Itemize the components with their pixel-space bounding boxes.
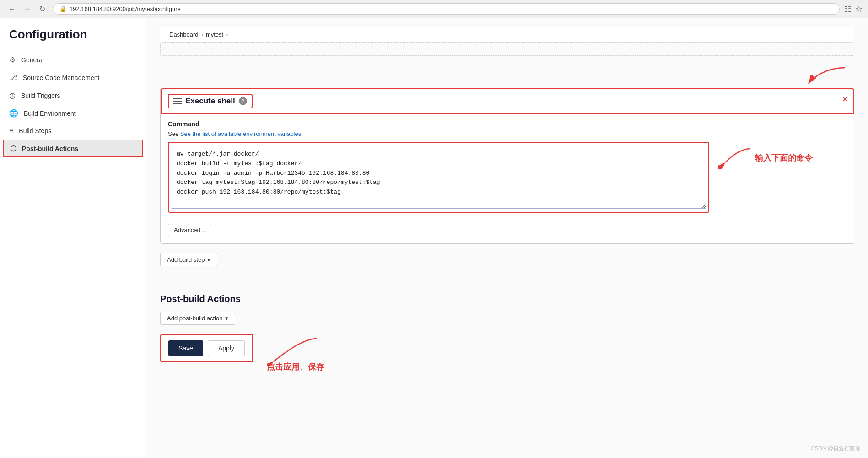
sidebar-title: Configuration — [0, 27, 146, 51]
sidebar-item-general[interactable]: ⚙ General — [0, 51, 146, 69]
annotation-text-row: 输入下面的命令 — [718, 142, 813, 169]
hamburger-icon[interactable] — [173, 98, 182, 104]
sidebar: Configuration ⚙ General ⎇ Source Code Ma… — [0, 18, 146, 458]
breadcrumb-dashboard[interactable]: Dashboard — [169, 31, 199, 38]
post-build-actions-row: Add post-build action ▾ Save Apply — [160, 312, 854, 372]
browser-chrome: ← → ↻ 🔒 192.168.184.80:9200/job/mytest/c… — [0, 0, 868, 18]
action-buttons-wrapper: Save Apply — [160, 334, 253, 362]
browser-toolbar-icons: ☷ ☆ — [844, 4, 863, 14]
globe-icon: 🌐 — [9, 109, 18, 118]
add-build-step-section: Add build step ▾ — [160, 253, 854, 280]
top-placeholder-block — [160, 42, 854, 56]
sidebar-label-build-steps: Build Steps — [19, 127, 51, 135]
save-annotation: 点击应用、保存 — [267, 334, 324, 372]
breadcrumb-separator2: › — [226, 31, 228, 38]
sidebar-item-post-build-actions[interactable]: ⬡ Post-build Actions — [3, 140, 143, 157]
breadcrumb: Dashboard › mytest › — [160, 27, 854, 42]
command-textarea[interactable]: mv target/*.jar docker/ docker build -t … — [171, 145, 706, 209]
command-label: Command — [168, 120, 846, 128]
right-annotation: 输入下面的命令 — [718, 142, 846, 169]
address-bar[interactable]: 🔒 192.168.184.80:9200/job/mytest/configu… — [53, 3, 840, 15]
post-build-actions-title: Post-build Actions — [160, 294, 854, 304]
execute-shell-arrow-row: Execute shell ? × Command See See the li… — [160, 63, 854, 251]
main-content: Dashboard › mytest › — [146, 18, 868, 458]
sidebar-label-build-triggers: Build Triggers — [21, 92, 60, 99]
post-build-left: Add post-build action ▾ Save Apply — [160, 312, 324, 372]
close-button[interactable]: × — [842, 95, 847, 104]
save-button[interactable]: Save — [168, 340, 203, 356]
add-build-step-label: Add build step — [167, 256, 205, 263]
env-vars-link-container: See See the list of available environmen… — [168, 130, 846, 137]
save-apply-row: Save Apply 点击应用、保存 — [160, 334, 324, 372]
execute-shell-container: Execute shell ? × Command See See the li… — [160, 63, 854, 251]
hexagon-icon: ⬡ — [10, 144, 16, 153]
execute-shell-header: Execute shell ? × — [161, 88, 854, 114]
sidebar-item-source-code[interactable]: ⎇ Source Code Management — [0, 69, 146, 86]
post-build-dropdown-icon: ▾ — [225, 315, 228, 322]
add-build-step-button[interactable]: Add build step ▾ — [160, 253, 217, 266]
dropdown-arrow-icon: ▾ — [207, 256, 210, 263]
arrow-svg-right — [718, 142, 755, 169]
sidebar-label-build-environment: Build Environment — [24, 110, 76, 117]
add-post-build-label: Add post-build action — [167, 315, 222, 322]
star-icon[interactable]: ☆ — [855, 4, 863, 14]
add-post-build-action-button[interactable]: Add post-build action ▾ — [160, 312, 235, 325]
help-icon[interactable]: ? — [239, 97, 247, 105]
sidebar-label-source-code: Source Code Management — [23, 74, 99, 81]
arrow-svg-top — [799, 63, 854, 86]
forward-button[interactable]: → — [21, 4, 34, 14]
command-section: Command See See the list of available en… — [161, 114, 854, 219]
url-text: 192.168.184.80:9200/job/mytest/configure — [70, 5, 181, 12]
execute-shell-header-inner: Execute shell ? — [168, 94, 253, 108]
watermark: CSDN @摸鱼打酱油 — [810, 445, 861, 453]
save-annotation-text: 点击应用、保存 — [267, 361, 324, 372]
top-annotation — [160, 63, 854, 86]
env-vars-link[interactable]: See the list of available environment va… — [180, 130, 301, 137]
gear-icon: ⚙ — [9, 55, 16, 64]
sidebar-label-post-build-actions: Post-build Actions — [22, 145, 78, 152]
branch-icon: ⎇ — [9, 73, 17, 82]
execute-shell-block: Execute shell ? × Command See See the li… — [160, 88, 854, 244]
execute-shell-title: Execute shell — [185, 97, 235, 106]
sidebar-item-build-steps[interactable]: ≡ Build Steps — [0, 122, 146, 140]
reload-button[interactable]: ↻ — [37, 4, 48, 14]
sidebar-label-general: General — [21, 56, 44, 64]
apply-button[interactable]: Apply — [208, 340, 245, 356]
extensions-icon[interactable]: ☷ — [844, 4, 852, 14]
breadcrumb-mytest[interactable]: mytest — [206, 31, 223, 38]
sidebar-item-build-triggers[interactable]: ◷ Build Triggers — [0, 86, 146, 104]
command-textarea-wrapper: mv target/*.jar docker/ docker build -t … — [168, 142, 709, 213]
breadcrumb-separator: › — [201, 31, 203, 38]
lock-icon: 🔒 — [59, 5, 67, 12]
nav-buttons: ← → ↻ — [5, 4, 48, 14]
back-button[interactable]: ← — [5, 4, 18, 14]
clock-icon: ◷ — [9, 91, 16, 100]
sidebar-item-build-environment[interactable]: 🌐 Build Environment — [0, 104, 146, 122]
list-icon: ≡ — [9, 127, 13, 135]
input-command-annotation: 输入下面的命令 — [755, 152, 813, 163]
command-row: mv target/*.jar docker/ docker build -t … — [168, 142, 846, 213]
advanced-button[interactable]: Advanced... — [168, 224, 211, 236]
